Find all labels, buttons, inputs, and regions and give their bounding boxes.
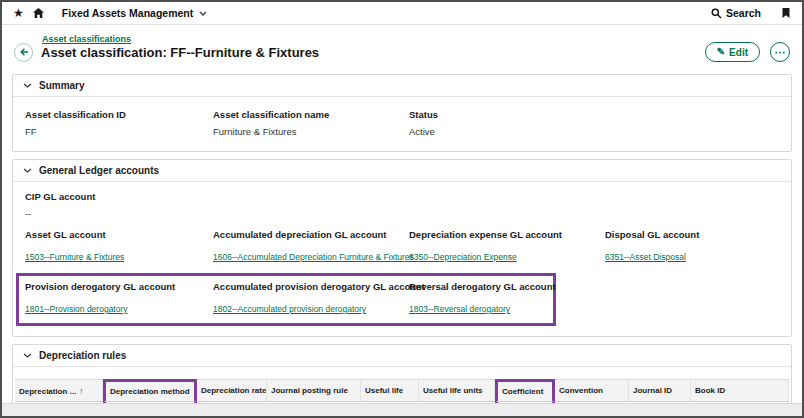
derogatory-accounts-row: Provision derogatory GL account 1801--Pr… (25, 281, 547, 316)
field-label: Reversal derogatory GL account (409, 281, 556, 292)
page-header: Asset classifications Asset classificati… (2, 25, 802, 67)
gl-accounts-row: Asset GL account 1503--Furniture & Fixtu… (25, 229, 779, 264)
field-accumulated-provision-derogatory-gl-account: Accumulated provision derogatory GL acco… (213, 281, 409, 316)
column-header-depreciation-rate[interactable]: Depreciation rate ... (197, 379, 267, 402)
search-label: Search (726, 7, 761, 19)
chevron-down-icon (23, 168, 32, 173)
general-ledger-accounts-section: General Ledger accounts CIP GL account -… (12, 159, 792, 337)
field-value: FF (25, 126, 213, 137)
section-title: Depreciation rules (39, 350, 126, 361)
edit-button[interactable]: ✎ Edit (705, 42, 760, 62)
derogatory-accounts-highlight-box: Provision derogatory GL account 1801--Pr… (16, 273, 556, 326)
field-label: Provision derogatory GL account (25, 281, 213, 292)
summary-fields: Asset classification ID FF Asset classif… (13, 97, 791, 151)
app-switcher[interactable]: Fixed Assets Management (62, 7, 208, 19)
field-label: Asset classification name (213, 109, 409, 120)
column-header-convention[interactable]: Convention (555, 379, 629, 402)
app-window: ★ Fixed Assets Management Search Asset c… (0, 0, 804, 418)
column-header-journal-id[interactable]: Journal ID (629, 379, 691, 402)
breadcrumb-link-asset-classifications[interactable]: Asset classifications (42, 34, 131, 44)
sort-ascending-icon: ↑ (79, 386, 83, 396)
column-header-label: Depreciation ... (19, 387, 76, 396)
pencil-icon: ✎ (717, 47, 725, 57)
column-header-depreciation-method[interactable]: Depreciation method (103, 379, 197, 402)
field-value: Furniture & Fixtures (213, 126, 409, 137)
column-header-useful-life[interactable]: Useful life (361, 379, 419, 402)
field-label: Asset GL account (25, 229, 213, 240)
gl-accounts-section-header[interactable]: General Ledger accounts (13, 160, 791, 182)
field-asset-classification-name: Asset classification name Furniture & Fi… (213, 109, 409, 137)
favorites-star-icon[interactable]: ★ (13, 7, 24, 19)
chevron-down-icon (199, 11, 207, 16)
field-label: Accumulated provision derogatory GL acco… (213, 281, 409, 292)
bookmark-icon[interactable] (781, 7, 791, 19)
field-value: -- (25, 208, 779, 219)
search-button[interactable]: Search (711, 7, 761, 19)
field-provision-derogatory-gl-account: Provision derogatory GL account 1801--Pr… (25, 281, 213, 316)
column-header-book-id[interactable]: Book ID (691, 379, 789, 402)
field-cip-gl-account: CIP GL account -- (25, 191, 779, 219)
column-header-coefficient[interactable]: Coefficient (495, 379, 555, 402)
gl-account-link[interactable]: 1503--Furniture & Fixtures (25, 252, 124, 262)
field-disposal-gl-account: Disposal GL account 6351--Asset Disposal (605, 229, 779, 264)
depreciation-rules-section-header[interactable]: Depreciation rules (13, 345, 791, 367)
search-icon (711, 8, 722, 19)
field-label: Depreciation expense GL account (409, 229, 605, 240)
column-header-journal-posting-rule[interactable]: Journal posting rule (267, 379, 361, 402)
gl-account-link[interactable]: 6350--Depreciation Expense (409, 252, 517, 262)
summary-section-header[interactable]: Summary (13, 75, 791, 97)
column-header-depreciation[interactable]: Depreciation ...↑ (15, 379, 103, 402)
column-header-useful-life-units[interactable]: Useful life units (419, 379, 495, 402)
back-button[interactable] (14, 43, 33, 62)
field-label: CIP GL account (25, 191, 779, 202)
home-icon[interactable] (32, 7, 45, 19)
more-actions-button[interactable]: ⋯ (770, 42, 790, 62)
field-depreciation-expense-gl-account: Depreciation expense GL account 6350--De… (409, 229, 605, 264)
gl-accounts-body: CIP GL account -- Asset GL account 1503-… (13, 182, 791, 336)
gl-account-link[interactable]: 1606--Accumulated Depreciation Furniture… (213, 252, 414, 262)
title-row: Asset classification: FF--Furniture & Fi… (14, 42, 790, 62)
field-asset-classification-id: Asset classification ID FF (25, 109, 213, 137)
gl-account-link[interactable]: 1802--Accumulated provision derogatory (213, 304, 366, 314)
chevron-down-icon (23, 83, 32, 88)
top-navigation-bar: ★ Fixed Assets Management Search (2, 2, 802, 25)
field-label: Disposal GL account (605, 229, 779, 240)
app-name: Fixed Assets Management (62, 7, 194, 19)
field-label: Asset classification ID (25, 109, 213, 120)
ellipsis-icon: ⋯ (775, 47, 786, 58)
field-label: Accumulated depreciation GL account (213, 229, 409, 240)
field-status: Status Active (409, 109, 605, 137)
page-title: Asset classification: FF--Furniture & Fi… (41, 45, 319, 60)
gl-account-link[interactable]: 6351--Asset Disposal (605, 252, 686, 262)
table-header-row: Depreciation ...↑ Depreciation method De… (15, 379, 789, 402)
star-glyph: ★ (13, 7, 24, 19)
breadcrumb: Asset classifications (42, 28, 790, 41)
status-value: Active (409, 126, 605, 137)
page-content: Summary Asset classification ID FF Asset… (2, 74, 802, 418)
field-label: Status (409, 109, 605, 120)
edit-button-label: Edit (729, 47, 748, 58)
field-reversal-derogatory-gl-account: Reversal derogatory GL account 1803--Rev… (409, 281, 556, 316)
back-arrow-icon (19, 47, 29, 57)
summary-section: Summary Asset classification ID FF Asset… (12, 74, 792, 152)
gl-account-link[interactable]: 1801--Provision derogatory (25, 304, 128, 314)
section-title: General Ledger accounts (39, 165, 159, 176)
page-footer (2, 403, 802, 416)
field-asset-gl-account: Asset GL account 1503--Furniture & Fixtu… (25, 229, 213, 264)
gl-account-link[interactable]: 1803--Reversal derogatory (409, 304, 510, 314)
chevron-down-icon (23, 353, 32, 358)
field-accumulated-depreciation-gl-account: Accumulated depreciation GL account 1606… (213, 229, 409, 264)
section-title: Summary (39, 80, 85, 91)
